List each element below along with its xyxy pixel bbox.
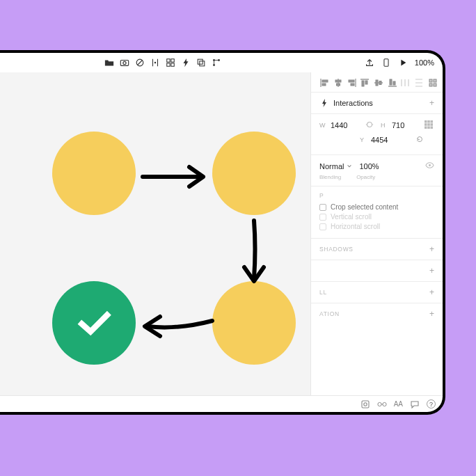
comment-icon[interactable] (410, 399, 420, 409)
flow-node-success[interactable] (52, 281, 136, 365)
tidy-icon[interactable] (428, 78, 438, 88)
svg-rect-46 (434, 84, 436, 86)
svg-rect-56 (425, 127, 427, 129)
blending-sublabel: Blending (319, 174, 341, 180)
svg-rect-7 (167, 59, 170, 62)
settings-icon[interactable] (360, 399, 370, 409)
flow-node-2[interactable] (212, 132, 296, 215)
add-anim-button[interactable]: + (429, 309, 434, 319)
align-left-icon[interactable] (319, 78, 329, 88)
y-label: Y (360, 136, 367, 143)
add-button-1[interactable]: + (429, 266, 434, 276)
nodes-icon[interactable] (212, 58, 221, 68)
svg-rect-50 (425, 120, 427, 123)
svg-rect-26 (349, 80, 354, 82)
device-icon[interactable] (381, 58, 391, 68)
svg-rect-35 (390, 79, 392, 85)
opacity-value[interactable]: 100% (359, 162, 379, 170)
hscroll-checkbox-row: Horizontal scroll (319, 223, 434, 230)
svg-rect-60 (362, 401, 369, 408)
topbar: 100% (0, 53, 443, 72)
clip-title-trunc: P (319, 192, 434, 199)
zoom-level[interactable]: 100% (415, 58, 434, 67)
opacity-sublabel: Opacity (356, 174, 375, 180)
svg-point-61 (363, 402, 366, 405)
disabled-icon[interactable] (135, 58, 145, 68)
align-vcenter-icon[interactable] (374, 78, 383, 88)
svg-rect-58 (431, 127, 434, 129)
svg-rect-54 (427, 123, 430, 126)
flow-node-3[interactable] (212, 281, 296, 365)
align-bottom-icon[interactable] (388, 78, 397, 88)
distribute-v-icon[interactable] (150, 58, 160, 68)
link-dims-icon[interactable] (365, 120, 374, 130)
distribute-h-icon[interactable] (400, 78, 410, 88)
canvas[interactable] (0, 72, 310, 395)
visibility-icon[interactable] (425, 161, 434, 171)
shadows-title: SHADOWS (319, 246, 354, 253)
add-fill-button[interactable]: + (429, 287, 434, 297)
svg-rect-18 (384, 59, 388, 67)
svg-rect-53 (425, 123, 427, 126)
anim-title-trunc: ATION (319, 310, 340, 317)
svg-point-47 (367, 122, 372, 127)
flow-node-1[interactable] (52, 132, 136, 215)
width-value[interactable]: 1440 (331, 121, 358, 129)
align-hcenter-icon[interactable] (333, 78, 343, 88)
svg-point-59 (429, 164, 431, 166)
add-shadow-button[interactable]: + (429, 244, 434, 254)
accessibility-aa[interactable]: AA (394, 400, 403, 408)
svg-rect-12 (200, 61, 205, 66)
svg-rect-30 (365, 81, 367, 84)
y-value[interactable]: 4454 (371, 136, 399, 144)
glasses-icon[interactable] (377, 399, 387, 409)
svg-rect-8 (171, 59, 174, 62)
body-row: Interactions + W 1440 H 710 Y 4454 (0, 72, 443, 395)
tool-group-left (104, 58, 221, 68)
height-value[interactable]: 710 (392, 121, 420, 129)
svg-rect-33 (379, 81, 381, 85)
svg-rect-29 (362, 81, 364, 86)
bolt-icon[interactable] (181, 58, 191, 68)
blend-section: Normal 100% Blending Opacity (311, 154, 443, 186)
svg-rect-32 (376, 80, 378, 86)
crop-checkbox-row[interactable]: Crop selected content (319, 203, 434, 211)
grid-icon[interactable] (166, 58, 175, 68)
svg-rect-27 (351, 84, 354, 86)
svg-point-6 (154, 62, 156, 63)
svg-rect-45 (429, 84, 432, 86)
rotate-icon[interactable] (415, 135, 424, 145)
arrow-1 (139, 163, 209, 191)
interactions-section: Interactions + (311, 92, 443, 113)
svg-rect-11 (198, 59, 203, 64)
vscroll-checkbox-row: Vertical scroll (319, 213, 434, 221)
folder-icon[interactable] (104, 58, 114, 68)
chevron-down-icon (347, 164, 352, 169)
svg-point-62 (378, 402, 381, 406)
stack-icon[interactable] (196, 58, 206, 68)
inspector-panel: Interactions + W 1440 H 710 Y 4454 (310, 72, 443, 395)
play-icon[interactable] (398, 58, 408, 68)
clip-section: P Crop selected content Vertical scroll … (311, 186, 443, 238)
svg-rect-20 (322, 80, 328, 82)
align-top-icon[interactable] (360, 78, 370, 88)
blending-select[interactable]: Normal (319, 162, 352, 170)
svg-rect-36 (393, 81, 395, 85)
align-right-icon[interactable] (347, 78, 357, 88)
svg-rect-10 (171, 63, 174, 66)
constraints-icon[interactable] (424, 120, 434, 131)
width-label: W (319, 122, 326, 129)
camera-icon[interactable] (120, 58, 129, 68)
animation-section: ATION+ (311, 303, 443, 324)
app-window: 100% (0, 50, 445, 415)
tool-group-right: 100% (365, 58, 434, 68)
help-icon[interactable]: ? (427, 399, 436, 408)
svg-point-1 (123, 61, 126, 64)
svg-rect-0 (120, 61, 128, 66)
unknown-section-1: + (311, 260, 443, 281)
distribute-v-icon[interactable] (414, 78, 424, 88)
add-interaction-button[interactable]: + (429, 98, 434, 108)
svg-point-63 (383, 402, 386, 406)
upload-icon[interactable] (365, 58, 374, 68)
svg-rect-9 (167, 63, 170, 66)
